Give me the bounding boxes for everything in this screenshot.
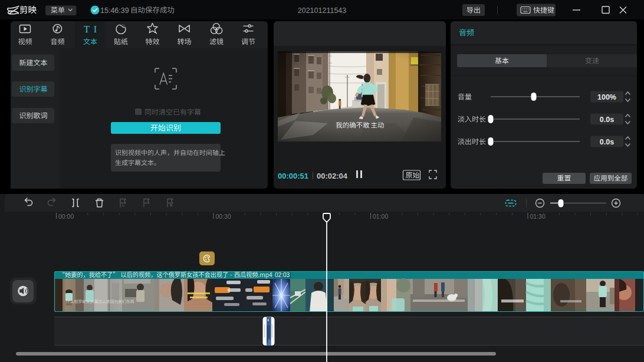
svg-text:T: T xyxy=(84,24,90,35)
svg-text:02:03: 02:03 xyxy=(275,272,290,278)
svg-text:0.0s: 0.0s xyxy=(600,116,614,124)
svg-text:AI: AI xyxy=(121,204,125,208)
svg-text:00:30: 00:30 xyxy=(216,213,231,220)
svg-text:202101211543: 202101211543 xyxy=(298,6,347,15)
svg-text:01:30: 01:30 xyxy=(530,213,546,220)
svg-text:100%: 100% xyxy=(597,93,616,101)
svg-text:I: I xyxy=(94,24,97,35)
svg-text:00:00:51: 00:00:51 xyxy=(278,172,308,180)
svg-text:00:02:04: 00:02:04 xyxy=(317,172,348,180)
svg-text:01:00: 01:00 xyxy=(373,213,388,220)
svg-text:00:00: 00:00 xyxy=(58,213,74,220)
svg-text:0.0s: 0.0s xyxy=(600,138,614,146)
svg-text:15:46:39: 15:46:39 xyxy=(100,6,129,15)
